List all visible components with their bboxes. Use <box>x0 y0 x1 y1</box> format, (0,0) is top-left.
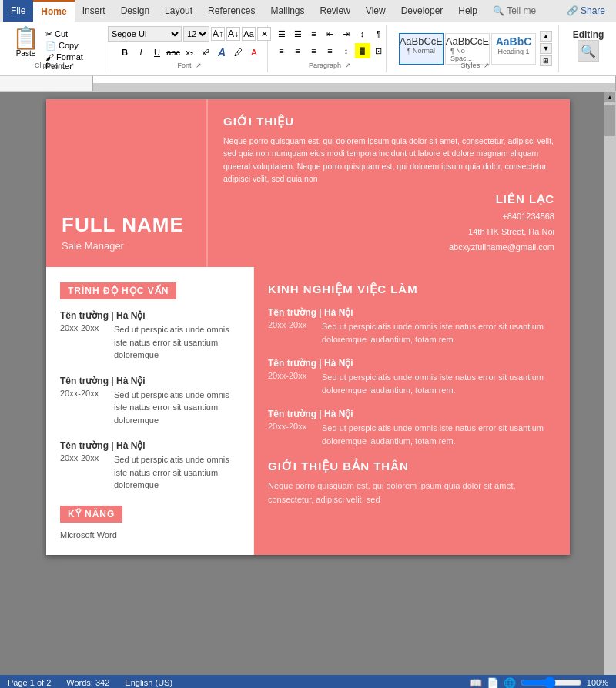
edu-school-2: Tên trường | Hà Nội <box>60 376 239 386</box>
style-normal[interactable]: AaBbCcE ¶ Normal <box>399 33 444 65</box>
italic-button[interactable]: I <box>133 45 149 60</box>
resume-page: FULL NAME Sale Manager GIỚI THIỆU Neque … <box>46 99 570 555</box>
tab-insert[interactable]: Insert <box>75 0 113 22</box>
style-nospacing-preview: AaBbCcE <box>446 35 489 47</box>
increase-font-button[interactable]: A↑ <box>211 27 225 41</box>
bullets-button[interactable]: ☰ <box>274 26 290 42</box>
tab-layout[interactable]: Layout <box>157 0 200 22</box>
styles-more[interactable]: ⊞ <box>540 55 552 66</box>
scrollbar-vertical[interactable]: ▲ <box>604 92 616 675</box>
tab-file[interactable]: File <box>3 0 33 22</box>
edu-date-1: 20xx-20xx <box>60 323 108 362</box>
borders-button[interactable]: ⊡ <box>371 43 387 58</box>
scroll-thumb[interactable] <box>604 105 615 136</box>
line-spacing-button[interactable]: ↕ <box>339 43 354 58</box>
tab-help[interactable]: Help <box>450 0 485 22</box>
self-intro-title: GIỚI THIỆU BẢN THÂN <box>268 459 556 473</box>
show-formatting-button[interactable]: ¶ <box>371 26 387 42</box>
bold-button[interactable]: B <box>117 45 132 60</box>
edu-row-2: 20xx-20xx Sed ut perspiciatis unde omnis… <box>60 389 239 427</box>
exp-date-1: 20xx-20xx <box>268 320 316 346</box>
ribbon-controls: 📋 Paste ✂ Cut 📄 Copy 🖌 Format Painter Cl… <box>0 22 616 75</box>
style-no-spacing[interactable]: AaBbCcE ¶ No Spac... <box>445 33 490 65</box>
scroll-up-button[interactable]: ▲ <box>604 92 615 102</box>
contact-info: +8401234568 14th HK Street, Ha Noi abcxy… <box>449 209 554 255</box>
exp-company-3: Tên trường | Hà Nội <box>268 409 556 419</box>
resume-body-left: TRÌNH ĐỘ HỌC VẤN Tên trường | Hà Nội 20x… <box>46 267 254 555</box>
strikethrough-button[interactable]: abc <box>166 45 181 60</box>
text-highlight-button[interactable]: 🖊 <box>230 45 246 60</box>
contact-block: LIÊN LẠC +8401234568 14th HK Street, Ha … <box>449 192 554 255</box>
clipboard-group: 📋 Paste ✂ Cut 📄 Copy 🖌 Format Painter Cl… <box>5 25 105 72</box>
skills-section: KỸ NĂNG Microsoft Word <box>60 506 239 539</box>
editing-group: Editing 🔍 <box>565 25 611 72</box>
ruler <box>0 76 616 92</box>
numbering-button[interactable]: ☰ <box>290 26 306 42</box>
tab-developer[interactable]: Developer <box>393 0 451 22</box>
view-layout-button[interactable]: 📄 <box>487 677 499 689</box>
style-heading1[interactable]: AaBbC Heading 1 <box>491 33 536 65</box>
tab-review[interactable]: Review <box>312 0 357 22</box>
doc-scroll: FULL NAME Sale Manager GIỚI THIỆU Neque … <box>42 92 604 675</box>
statusbar-page: Page 1 of 2 <box>8 678 51 687</box>
font-size-select[interactable]: 12 <box>183 26 209 42</box>
font-family-select[interactable]: Segoe UI <box>108 26 182 42</box>
subscript-button[interactable]: x₂ <box>182 45 197 60</box>
tab-mailings[interactable]: Mailings <box>263 0 312 22</box>
tab-references[interactable]: References <box>200 0 263 22</box>
multilevel-list-button[interactable]: ≡ <box>306 26 322 42</box>
edu-row-1: 20xx-20xx Sed ut perspiciatis unde omnis… <box>60 323 239 362</box>
contact-email: abcxyzfullname@gmail.com <box>449 240 554 255</box>
change-case-button[interactable]: Aa <box>242 27 256 41</box>
tab-home[interactable]: Home <box>33 0 74 22</box>
tab-tell-me[interactable]: 🔍 Tell me <box>485 0 544 22</box>
ribbon: File Home Insert Design Layout Reference… <box>0 0 616 76</box>
font-label: Font ↗ <box>178 62 202 69</box>
decrease-indent-button[interactable]: ⇤ <box>323 26 338 42</box>
exp-entry-2: Tên trường | Hà Nội 20xx-20xx Sed ut per… <box>268 358 556 396</box>
exp-row-1: 20xx-20xx Sed ut perspiciatis unde omnis… <box>268 320 556 346</box>
font-color-button[interactable]: A <box>246 45 262 60</box>
exp-entry-3: Tên trường | Hà Nội 20xx-20xx Sed ut per… <box>268 409 556 447</box>
justify-button[interactable]: ≡ <box>323 43 338 58</box>
tab-view[interactable]: View <box>358 0 393 22</box>
zoom-level: 100% <box>587 678 608 687</box>
view-read-button[interactable]: 📖 <box>470 677 482 689</box>
intro-section-title: GIỚI THIỆU <box>223 115 554 129</box>
resume-body: TRÌNH ĐỘ HỌC VẤN Tên trường | Hà Nội 20x… <box>46 267 570 555</box>
sort-button[interactable]: ↕ <box>355 26 370 42</box>
editing-label: Editing <box>573 29 604 40</box>
copy-button[interactable]: 📄 Copy <box>45 41 100 51</box>
tab-share[interactable]: 🔗 Share <box>559 0 613 22</box>
edu-entry-3: Tên trường | Hà Nội 20xx-20xx Sed ut per… <box>60 440 239 492</box>
exp-entry-1: Tên trường | Hà Nội 20xx-20xx Sed ut per… <box>268 307 556 346</box>
cut-button[interactable]: ✂ Cut <box>45 29 100 39</box>
experience-title: KINH NGHIỆM VIỆC LÀM <box>268 282 556 296</box>
decrease-font-button[interactable]: A↓ <box>226 27 240 41</box>
resume-name-block: FULL NAME Sale Manager <box>46 99 208 267</box>
styles-scroll-up[interactable]: ▲ <box>540 31 552 42</box>
zoom-slider[interactable] <box>521 678 582 687</box>
align-center-button[interactable]: ≡ <box>290 43 306 58</box>
skills-title: KỸ NĂNG <box>60 506 122 523</box>
paste-button[interactable]: 📋 Paste <box>9 26 42 59</box>
skill-item-1: Microsoft Word <box>60 530 239 539</box>
style-normal-label: ¶ Normal <box>407 47 435 55</box>
clear-formatting-button[interactable]: ✕ <box>257 27 271 41</box>
search-button[interactable]: 🔍 <box>578 40 599 62</box>
intro-text: Neque porro quisquam est, qui dolorem ip… <box>223 135 554 185</box>
align-right-button[interactable]: ≡ <box>306 43 322 58</box>
statusbar-language: English (US) <box>125 678 172 687</box>
view-web-button[interactable]: 🌐 <box>504 677 516 689</box>
paragraph-group: ☰ ☰ ≡ ⇤ ⇥ ↕ ¶ ≡ ≡ ≡ ≡ ↕ ▓ ⊡ Paragraph ↗ <box>274 25 386 72</box>
shading-button[interactable]: ▓ <box>355 43 370 58</box>
tab-design[interactable]: Design <box>113 0 157 22</box>
superscript-button[interactable]: x² <box>198 45 213 60</box>
align-left-button[interactable]: ≡ <box>274 43 290 58</box>
text-effects-button[interactable]: A <box>214 45 229 60</box>
styles-scroll-down[interactable]: ▼ <box>540 43 552 54</box>
underline-button[interactable]: U <box>149 45 165 60</box>
increase-indent-button[interactable]: ⇥ <box>339 26 354 42</box>
resume-body-right: KINH NGHIỆM VIỆC LÀM Tên trường | Hà Nội… <box>254 267 570 555</box>
full-name: FULL NAME <box>62 214 194 236</box>
